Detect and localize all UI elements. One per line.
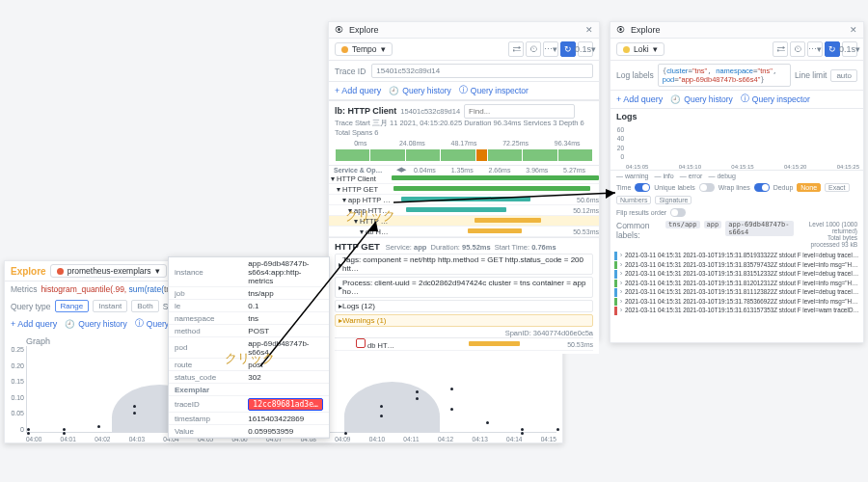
add-query-button[interactable]: + Add query xyxy=(335,86,381,95)
action-icon[interactable]: ⋯▾ xyxy=(543,41,558,57)
time-picker[interactable]: ⏲ xyxy=(526,41,541,57)
loki-ds-icon xyxy=(623,46,630,53)
log-line[interactable]: ›2021-03-11 04:15:31 2021-03-10T19:15:31… xyxy=(614,280,859,288)
query-type-label: Query type xyxy=(11,302,51,311)
span-id-label: SpanID: 3640774d06e0c5a xyxy=(335,329,593,337)
dedup-numbers[interactable]: Numbers xyxy=(616,196,651,204)
prom-datasource-label: prometheus-exemplars xyxy=(68,266,151,276)
run-query-button[interactable]: ↻ xyxy=(560,41,576,57)
interval-picker[interactable]: 0.1s▾ xyxy=(578,41,593,57)
trace-span-rows: ▾ HTTP Client▾ HTTP GET▾ app HTTP GET · … xyxy=(329,174,599,237)
log-line[interactable]: ›2021-03-11 04:15:31 2021-03-10T19:15:31… xyxy=(614,261,859,270)
trace-id-badge[interactable]: 12cc89681ad3e… xyxy=(248,398,322,411)
dedup-signature[interactable]: Signature xyxy=(655,196,692,204)
log-line[interactable]: ›2021-03-11 04:15:31 2021-03-10T19:15:31… xyxy=(614,288,859,297)
prom-datasource-picker[interactable]: prometheus-exemplars ▾ xyxy=(50,264,167,278)
qtype-instant[interactable]: Instant xyxy=(93,300,127,312)
dedup-exact[interactable]: Exact xyxy=(825,183,850,192)
query-history-button[interactable]: 🕘 Query history xyxy=(389,86,451,95)
close-icon[interactable]: ✕ xyxy=(850,25,857,35)
db-span-icon xyxy=(356,338,366,348)
trace-title: lb: HTTP Client xyxy=(335,106,396,116)
split-icon[interactable]: ⮂ xyxy=(773,41,788,57)
compass-icon: ⦿ xyxy=(616,25,625,35)
log-labels-label: Log labels xyxy=(616,70,654,80)
prom-ds-icon xyxy=(57,268,64,275)
loki-datasource-label: Loki xyxy=(634,44,649,54)
query-history-button[interactable]: 🕘 Query history xyxy=(65,319,127,329)
linelimit-value[interactable]: auto xyxy=(830,69,857,82)
tempo-header: ⦿ Explore ✕ xyxy=(329,22,599,39)
logs-section-title: Logs xyxy=(610,109,863,124)
chevron-down-icon: ▾ xyxy=(653,44,658,54)
add-query-button[interactable]: + Add query xyxy=(616,94,663,104)
opt-dedup-label: Dedup xyxy=(773,184,794,191)
tempo-datasource-picker[interactable]: Tempo ▾ xyxy=(335,42,393,56)
toggle-time[interactable] xyxy=(635,183,650,192)
span-warnings-row[interactable]: ▸ Warnings (1) xyxy=(335,314,593,327)
span-detail-panel: HTTP GET Service: app Duration: 95.52ms … xyxy=(329,237,599,354)
flip-results-label: Flip results order xyxy=(616,209,666,216)
trace-span-row[interactable]: ▾ db HTTP G…50.53ms xyxy=(329,227,599,237)
trace-id-label: Trace ID xyxy=(335,67,366,76)
toggle-wrap[interactable] xyxy=(754,183,770,192)
interval-picker[interactable]: 0.1s▾ xyxy=(842,41,857,57)
query-history-button[interactable]: 🕘 Query history xyxy=(670,94,733,104)
qtype-both[interactable]: Both xyxy=(131,300,158,312)
tempo-datasource-label: Tempo xyxy=(352,44,377,54)
qtype-range[interactable]: Range xyxy=(55,300,90,312)
trace-minimap[interactable] xyxy=(335,148,593,162)
span-bottom-name[interactable]: db HTTP G… xyxy=(335,338,397,350)
log-line[interactable]: ›2021-03-11 04:15:31 2021-03-10T19:15:31… xyxy=(614,307,859,315)
log-line[interactable]: ›2021-03-11 04:15:31 2021-03-10T19:15:31… xyxy=(614,270,859,279)
span-bottom-ms: 50.53ms xyxy=(567,341,593,348)
span-tags-row[interactable]: ▸ Tags: component = net/http http.method… xyxy=(335,254,593,275)
log-line[interactable]: ›2021-03-11 04:15:31 2021-03-10T19:15:31… xyxy=(614,252,859,260)
trace-span-row[interactable]: ▾ app HTTP GET · read50.6ms xyxy=(329,195,599,205)
explore-label: Explore xyxy=(349,25,379,35)
click-annotation-1: クリック xyxy=(225,350,275,367)
log-labels-input[interactable]: {cluster="tns", namespace="tns", pod="ap… xyxy=(658,64,791,87)
loki-header: ⦿ Explore ✕ xyxy=(610,22,863,39)
common-labels-row: Common labels: tns/app app app-69db48747… xyxy=(610,219,863,250)
svc-column-header: Service & Op… xyxy=(334,167,396,174)
tempo-panel: ⦿ Explore ✕ Tempo ▾ ⮂ ⏲ ⋯▾ ↻ 0.1s▾ Trace… xyxy=(328,21,600,339)
add-query-button[interactable]: + Add query xyxy=(11,319,57,329)
split-icon[interactable]: ⮂ xyxy=(508,41,524,57)
common-labels-label: Common labels: xyxy=(616,221,662,240)
trace-mini-ruler: 0ms24.08ms 48.17ms72.25ms 96.34ms xyxy=(335,137,593,148)
linelimit-label: Line limit xyxy=(795,70,827,80)
tempo-ds-icon xyxy=(341,46,348,53)
result-stats: Level 1000 (1000 returned) Total bytes p… xyxy=(798,221,857,248)
opt-unique-label: Unique labels xyxy=(654,184,694,191)
loki-log-volume-chart: 6040 200 04:15:0504:15:10 04:15:1504:15:… xyxy=(610,124,863,171)
toggle-flip[interactable] xyxy=(670,208,686,217)
action-icon[interactable]: ⋯▾ xyxy=(807,41,823,57)
span-logs-row[interactable]: ▸ Logs (12) xyxy=(335,300,593,312)
span-process-row[interactable]: ▸ Process: client-uuid = 2dc02862d947424… xyxy=(335,277,593,298)
loki-panel: ⦿ Explore ✕ Loki ▾ ⮂ ⏲ ⋯▾ ↻ 0.1s▾ Log la… xyxy=(610,21,864,343)
trace-id-input[interactable]: 15401c532c89d14 xyxy=(371,64,593,78)
log-line[interactable]: ›2021-03-11 04:15:31 2021-03-10T19:15:31… xyxy=(614,298,859,307)
run-query-button[interactable]: ↻ xyxy=(825,41,840,57)
trace-id-sublabel: 15401c532c89d14 xyxy=(400,107,460,116)
query-inspector-button[interactable]: ⓘ Query inspector xyxy=(741,94,810,105)
dedup-none[interactable]: None xyxy=(797,183,821,192)
trace-span-row[interactable]: ▾ HTTP Client xyxy=(329,174,599,184)
opt-time-label: Time xyxy=(616,184,631,191)
explore-label: Explore xyxy=(631,25,661,35)
time-picker[interactable]: ⏲ xyxy=(790,41,805,57)
opt-wrap-label: Wrap lines xyxy=(719,184,750,191)
toggle-unique[interactable] xyxy=(699,183,715,192)
explore-label-prom: Explore xyxy=(11,266,46,277)
log-lines: ›2021-03-11 04:15:31 2021-03-10T19:15:31… xyxy=(610,250,863,342)
trace-find-input[interactable] xyxy=(464,104,575,119)
span-meta: Service: app Duration: 95.52ms Start Tim… xyxy=(386,243,556,252)
close-icon[interactable]: ✕ xyxy=(585,25,593,35)
query-inspector-button[interactable]: ⓘ Query inspector xyxy=(459,85,529,96)
span-title: HTTP GET xyxy=(335,241,380,252)
chevron-down-icon: ▾ xyxy=(381,44,386,54)
trace-span-row[interactable]: ▾ HTTP GET xyxy=(329,184,599,195)
compass-icon: ⦿ xyxy=(335,25,343,35)
loki-datasource-picker[interactable]: Loki ▾ xyxy=(616,42,665,56)
